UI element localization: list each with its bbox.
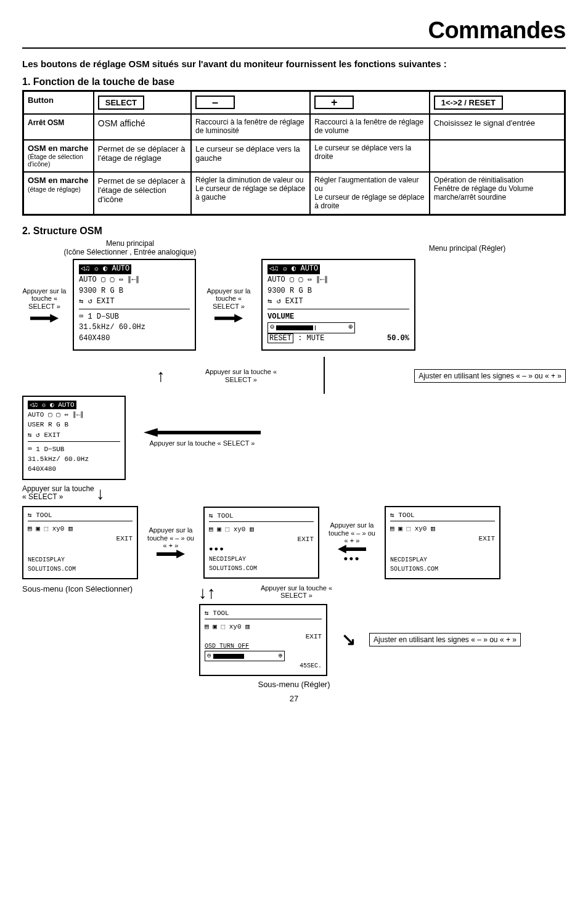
- menu1-caption: Menu principal (Icône Sélectionner , Ent…: [59, 239, 201, 256]
- osd-line: NECDISPLAY: [209, 555, 314, 564]
- cell-r1c2: OSM affiché: [94, 114, 191, 140]
- cell-r3c1-sub: (étage de réglage): [28, 185, 89, 193]
- press-select-la: Appuyer sur la touche « SELECT »: [22, 485, 96, 502]
- osd-divider: [28, 440, 120, 442]
- title-rule: [22, 47, 566, 49]
- osd-volume-bar[interactable]: ⊖ ⊕: [267, 322, 355, 333]
- osd-text: ◁♫ ☼ ◐ AUTO: [28, 401, 76, 409]
- cell-r3c4: Régler l'augmentation de valeur ou Le cu…: [310, 172, 429, 215]
- osd-line: ◁♫ ☼ ◐ AUTO: [79, 264, 190, 275]
- arrow-down-icon: ↓↑: [164, 584, 250, 601]
- osd-line: ⇆ ↺ EXIT: [28, 430, 120, 440]
- osd-line: NECDISPLAY: [28, 555, 133, 565]
- osd-line: ⇆ ↺ EXIT: [267, 296, 409, 308]
- osd-line: ⇆ TOOL: [390, 510, 495, 521]
- select-button[interactable]: SELECT: [98, 96, 144, 110]
- cell-r3c2: Permet de se déplacer à l'étage de sélec…: [94, 172, 191, 215]
- osd-volume-label: VOLUME: [267, 312, 409, 323]
- table-row: Arrêt OSM OSM affiché Raccourci à la fen…: [23, 114, 565, 140]
- press-pm-1: Appuyer sur la touche « – » ou « + »: [147, 526, 195, 550]
- cell-r1c5: Choisissez le signal d'entrée: [430, 114, 565, 140]
- osd-timeout-bar[interactable]: ⊖ ⊕: [205, 651, 285, 661]
- osd-line: ▤ ▣ ⬚ xy0 ▥: [205, 622, 322, 632]
- functions-table: Button SELECT – + 1<->2 / RESET Arrêt OS…: [22, 90, 566, 216]
- arrow-right-icon: [157, 550, 185, 558]
- osd-text: ◁♫ ☼ ◐ AUTO: [79, 264, 131, 274]
- col-minus: –: [191, 91, 310, 115]
- osd-line: AUTO ▢ ▢ ⇔ ∥←∥: [28, 410, 120, 420]
- submenu-regler-caption: Sous-menu (Régler): [22, 680, 566, 689]
- osd-line: AUTO ▢ ▢ ⇔ ∥←∥: [79, 275, 190, 286]
- cell-r1c4: Raccourci à la fenêtre de réglage de vol…: [310, 114, 429, 140]
- osd-line: EXIT: [390, 534, 495, 544]
- intro-paragraph: Les boutons de réglage OSM situés sur l'…: [22, 58, 566, 70]
- osd-line: ⇆ TOOL: [205, 608, 322, 619]
- osd-tool-b: ⇆ TOOL ▤ ▣ ⬚ xy0 ▥ EXIT ●●● NECDISPLAY S…: [203, 507, 319, 579]
- section1-heading: 1. Fonction de la touche de base: [22, 76, 566, 88]
- plus-icon: ⊕: [279, 651, 283, 660]
- osd-line: 9300 R G B: [267, 286, 409, 297]
- menu1-title: Menu principal: [106, 239, 154, 248]
- osd-line: 45SEC.: [205, 661, 322, 671]
- osd-line: ⇆ ↺ EXIT: [79, 296, 190, 308]
- arrow-up-icon: ↑: [127, 367, 195, 385]
- reset-tag: RESET: [267, 333, 293, 343]
- osd-line: SOLUTIONS.COM: [209, 564, 314, 573]
- cell-r3c5: Opération de réinitialisation Fenêtre de…: [430, 172, 565, 215]
- submenu-icon-caption: Sous-menu (Icon Sélectionner): [22, 584, 164, 593]
- table-row: OSM en marche (étage de réglage) Permet …: [23, 172, 565, 215]
- press-select-center1: Appuyer sur la touche « SELECT »: [195, 368, 287, 383]
- press-select-center2: Appuyer sur la touche « SELECT »: [149, 439, 255, 447]
- minus-button[interactable]: –: [195, 96, 235, 109]
- mute-label: : MUTE: [298, 334, 324, 343]
- osd-line: EXIT: [28, 534, 133, 544]
- arrow-right-icon: [30, 314, 59, 322]
- plus-button[interactable]: +: [314, 96, 354, 109]
- cell-r2c3: Le curseur se déplace vers la gauche: [191, 140, 310, 172]
- osd-line: ◁♫ ☼ ◐ AUTO: [28, 400, 120, 410]
- cell-r3c3: Régler la diminution de valeur ou Le cur…: [191, 172, 310, 215]
- osd-tool-a: ⇆ TOOL ▤ ▣ ⬚ xy0 ▥ EXIT NECDISPLAY SOLUT…: [22, 506, 138, 579]
- dots-icon: ●●●: [209, 544, 314, 554]
- cell-r2c1-sub: (Étage de sélection d'icône): [28, 153, 89, 168]
- reset-button[interactable]: 1<->2 / RESET: [434, 96, 503, 110]
- table-row: OSM en marche (Étage de sélection d'icôn…: [23, 140, 565, 172]
- osd-line: 640X480: [28, 464, 120, 474]
- osd-tool-d: ⇆ TOOL ▤ ▣ ⬚ xy0 ▥ EXIT OSD TURN OFF ⊖ ⊕…: [199, 604, 327, 676]
- bar-empty: [315, 325, 346, 330]
- cell-r2c2: Permet de se déplacer à l'étage de régla…: [94, 140, 191, 172]
- cell-r2c4: Le curseur se déplace vers la droite: [310, 140, 429, 172]
- osd-line: SOLUTIONS.COM: [390, 565, 495, 574]
- volume-percent: 50.0%: [387, 334, 409, 344]
- menu2-caption: Menu principal (Régler): [387, 244, 547, 256]
- page-number: 27: [22, 694, 566, 703]
- arrow-down-icon: ↓: [96, 485, 102, 502]
- osd-line: ▤ ▣ ⬚ xy0 ▥: [209, 524, 314, 534]
- cell-r1c1: Arrêt OSM: [23, 114, 94, 140]
- osd-line: ⇆ TOOL: [209, 511, 314, 522]
- dots-icon: ●●●: [343, 553, 361, 563]
- press-select-left: Appuyer sur la touche « SELECT »: [22, 287, 67, 311]
- section2-heading: 2. Structure OSM: [22, 226, 566, 237]
- osd-tool-c: ⇆ TOOL ▤ ▣ ⬚ xy0 ▥ EXIT NECDISPLAY SOLUT…: [385, 506, 500, 579]
- osd-line: ◁♫ ☼ ◐ AUTO: [267, 264, 409, 275]
- press-select-mid: Appuyer sur la touche « SELECT »: [202, 287, 255, 311]
- press-select-bottom: Appuyer sur la touche « SELECT »: [250, 584, 343, 600]
- osd-small: ◁♫ ☼ ◐ AUTO AUTO ▢ ▢ ⇔ ∥←∥ USER R G B ⇆ …: [22, 396, 126, 480]
- osd-divider: [267, 308, 409, 309]
- osd-line: ⇆ TOOL: [28, 510, 133, 521]
- table-header-row: Button SELECT – + 1<->2 / RESET: [23, 91, 565, 115]
- menu1-subtitle: (Icône Sélectionner , Entrée analogique): [64, 248, 197, 256]
- osd-line: 31.5kHz/ 60.0Hz: [28, 454, 120, 464]
- arrow-vert-icon: [287, 357, 361, 396]
- col-plus: +: [310, 91, 429, 115]
- cell-r2c1-main: OSM en marche: [28, 144, 89, 153]
- osd-line: EXIT: [205, 632, 322, 642]
- structure-diagram: 2. Structure OSM Menu principal (Icône S…: [22, 226, 566, 688]
- osd-line: NECDISPLAY: [390, 555, 495, 565]
- arrow-left-icon: [338, 545, 366, 553]
- cell-r3c1-main: OSM en marche: [28, 176, 89, 185]
- cell-r2c5: [430, 140, 565, 172]
- osd-line: SOLUTIONS.COM: [28, 565, 133, 574]
- col-button: Button: [23, 91, 94, 115]
